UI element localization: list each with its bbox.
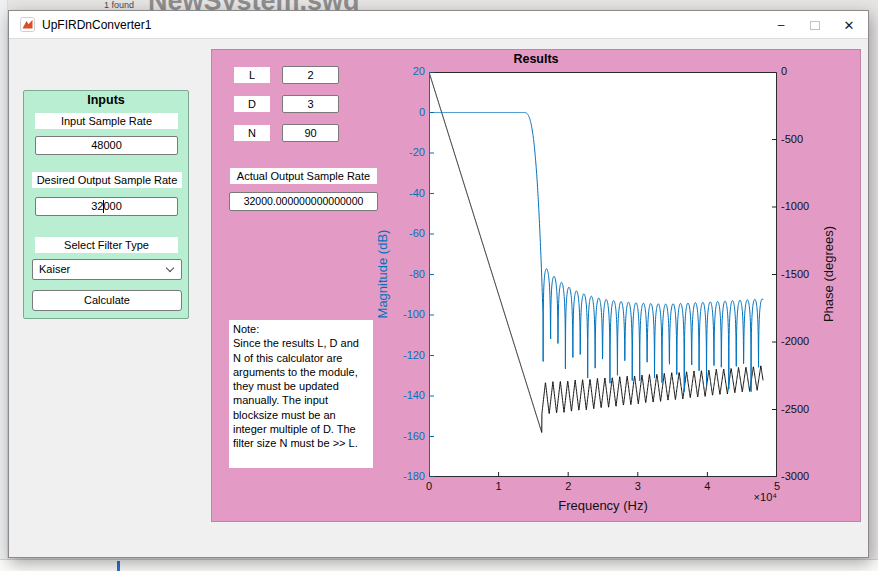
input-sample-rate-label: Input Sample Rate: [35, 113, 178, 129]
plot-axes: [429, 72, 777, 477]
chevron-down-icon: [166, 264, 174, 272]
tick-label: 2: [554, 480, 582, 492]
tick-label: 1: [485, 480, 513, 492]
results-panel: Results L 2 D 3 N 90 Actual Output Sampl…: [211, 49, 861, 522]
tick-label: -60: [391, 227, 425, 239]
input-sample-rate-field[interactable]: 48000: [35, 136, 178, 155]
tick-label: -20: [391, 146, 425, 158]
frequency-response-plot: 200-20-40-60-80-100-120-140-160-180 0-50…: [212, 50, 860, 521]
output-sample-rate-field[interactable]: 32000: [35, 197, 178, 216]
tick-label: -160: [391, 430, 425, 442]
window-titlebar[interactable]: UpFIRDnConverter1 – ✕: [9, 11, 868, 39]
tick-label: -2000: [781, 335, 825, 347]
window-controls: – ✕: [764, 11, 866, 39]
tick-label: 3: [624, 480, 652, 492]
calculate-button[interactable]: Calculate: [32, 290, 182, 311]
phase-axis-label: Phase (degrees): [821, 204, 837, 344]
tick-label: -1500: [781, 268, 825, 280]
background-search-count: 1 found: [104, 0, 134, 10]
frequency-axis-label: Frequency (Hz): [503, 498, 703, 513]
tick-label: 20: [391, 65, 425, 77]
output-sample-rate-label: Desired Output Sample Rate: [32, 172, 182, 188]
desktop: 1 found NewSystem.swd UpFIRDnConverter1 …: [0, 0, 878, 571]
tick-label: -120: [391, 349, 425, 361]
tick-label: -40: [391, 187, 425, 199]
filter-type-dropdown[interactable]: Kaiser: [32, 259, 182, 280]
app-window: UpFIRDnConverter1 – ✕ Inputs Input Sampl…: [8, 10, 869, 558]
close-button[interactable]: ✕: [832, 11, 866, 39]
maximize-button[interactable]: [798, 11, 832, 39]
cursor-mark: [117, 561, 120, 571]
tick-label: -140: [391, 389, 425, 401]
text-caret: [103, 200, 104, 213]
tick-label: 0: [781, 65, 825, 77]
inputs-panel-title: Inputs: [24, 93, 188, 107]
window-title: UpFIRDnConverter1: [42, 11, 151, 39]
tick-label: -500: [781, 133, 825, 145]
magnitude-axis-tick-labels: 200-20-40-60-80-100-120-140-160-180: [391, 72, 425, 477]
maximize-icon: [810, 21, 820, 30]
x-axis-exponent-label: ×10⁴: [717, 491, 777, 503]
minimize-button[interactable]: –: [764, 11, 798, 39]
filter-type-label: Select Filter Type: [35, 237, 178, 253]
tick-label: -100: [391, 308, 425, 320]
tick-label: 0: [391, 106, 425, 118]
phase-axis-tick-labels: 0-500-1000-1500-2000-2500-3000: [781, 72, 825, 477]
background-window-edge: [0, 0, 8, 571]
app-icon: [20, 17, 35, 32]
tick-label: 0: [415, 480, 443, 492]
inputs-panel: Inputs Input Sample Rate 48000 Desired O…: [23, 90, 189, 319]
magnitude-axis-label: Magnitude (dB): [375, 204, 391, 344]
tick-label: -80: [391, 268, 425, 280]
filter-type-selected-value: Kaiser: [39, 260, 70, 279]
tick-label: -2500: [781, 403, 825, 415]
tick-label: -1000: [781, 200, 825, 212]
background-bottom-strip: [0, 559, 878, 571]
